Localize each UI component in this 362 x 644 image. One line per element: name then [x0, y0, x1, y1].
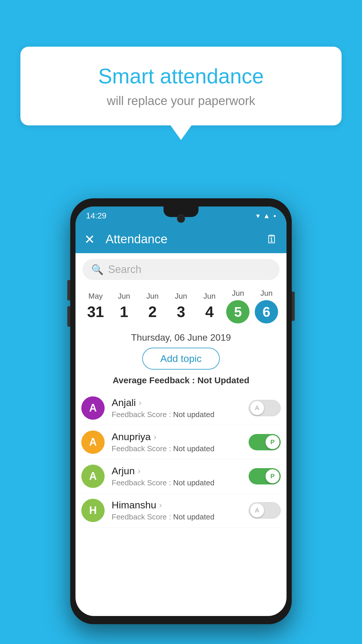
toggle-knob: A	[250, 401, 264, 415]
power-button	[292, 292, 295, 321]
date-item-jun6[interactable]: Jun 6	[252, 286, 281, 326]
vol-up-button	[67, 280, 70, 300]
search-icon: 🔍	[91, 264, 103, 275]
front-camera	[177, 215, 185, 223]
student-feedback-anupriya: Feedback Score : Not updated	[112, 444, 249, 453]
phone-container: 14:29 ▾ ▲ ▪ ✕ Attendance 🗓 🔍 Search May …	[70, 198, 292, 624]
attendance-toggle-arjun[interactable]: P	[249, 468, 281, 484]
speech-bubble-container: Smart attendance will replace your paper…	[20, 47, 342, 140]
student-row[interactable]: H Himanshu › Feedback Score : Not update…	[81, 494, 281, 528]
avg-feedback-value: Not Updated	[197, 375, 249, 385]
signal-icon: ▲	[263, 212, 270, 220]
student-avatar-arjun: A	[81, 465, 105, 488]
chevron-right-icon: ›	[154, 432, 156, 442]
date-item-jun5[interactable]: Jun 5	[224, 286, 252, 326]
student-row[interactable]: A Anupriya › Feedback Score : Not update…	[81, 425, 281, 459]
student-name-anjali: Anjali ›	[112, 397, 249, 408]
avg-feedback: Average Feedback : Not Updated	[75, 375, 287, 385]
speech-bubble: Smart attendance will replace your paper…	[20, 47, 342, 125]
close-button[interactable]: ✕	[84, 232, 95, 247]
student-feedback-anjali: Feedback Score : Not updated	[112, 410, 249, 419]
student-info-anupriya: Anupriya › Feedback Score : Not updated	[112, 431, 249, 453]
attendance-toggle-himanshu[interactable]: A	[249, 502, 281, 519]
student-row[interactable]: A Arjun › Feedback Score : Not updated P	[81, 459, 281, 494]
speech-bubble-title: Smart attendance	[44, 64, 318, 88]
chevron-right-icon: ›	[139, 398, 141, 407]
date-item-jun4[interactable]: Jun 4	[195, 289, 224, 323]
phone-screen: 14:29 ▾ ▲ ▪ ✕ Attendance 🗓 🔍 Search May …	[75, 206, 287, 616]
wifi-icon: ▾	[256, 212, 260, 220]
chevron-right-icon: ›	[138, 466, 140, 476]
student-avatar-anjali: A	[81, 396, 105, 420]
battery-icon: ▪	[273, 212, 276, 220]
date-item-jun1[interactable]: Jun 1	[110, 289, 138, 323]
toggle-knob: P	[266, 469, 280, 483]
status-icons: ▾ ▲ ▪	[256, 212, 276, 220]
student-name-arjun: Arjun ›	[112, 465, 249, 477]
attendance-toggle-anupriya[interactable]: P	[249, 434, 281, 450]
attendance-toggle-anjali[interactable]: A	[249, 400, 281, 416]
date-item-jun2[interactable]: Jun 2	[138, 289, 167, 323]
date-strip: May 31 Jun 1 Jun 2 Jun 3 Jun 4 Jun 5	[75, 286, 287, 326]
search-placeholder: Search	[108, 263, 141, 276]
search-bar[interactable]: 🔍 Search	[82, 259, 280, 280]
calendar-icon[interactable]: 🗓	[266, 233, 278, 246]
selected-date-label: Thursday, 06 June 2019	[75, 332, 287, 343]
student-avatar-anupriya: A	[81, 430, 105, 454]
student-info-anjali: Anjali › Feedback Score : Not updated	[112, 397, 249, 419]
avg-feedback-label: Average Feedback :	[113, 375, 197, 385]
student-info-arjun: Arjun › Feedback Score : Not updated	[112, 465, 249, 487]
student-info-himanshu: Himanshu › Feedback Score : Not updated	[112, 499, 249, 522]
student-row[interactable]: A Anjali › Feedback Score : Not updated …	[81, 391, 281, 425]
student-list: A Anjali › Feedback Score : Not updated …	[75, 391, 287, 528]
toggle-knob: A	[250, 503, 264, 517]
speech-bubble-subtitle: will replace your paperwork	[44, 94, 318, 108]
date-item-may31[interactable]: May 31	[81, 289, 110, 323]
add-topic-button[interactable]: Add topic	[142, 348, 220, 370]
toggle-knob: P	[266, 435, 280, 449]
vol-down-button	[67, 306, 70, 327]
app-title: Attendance	[106, 232, 266, 246]
speech-bubble-arrow	[171, 125, 191, 140]
chevron-right-icon: ›	[159, 501, 162, 510]
app-bar: ✕ Attendance 🗓	[75, 225, 287, 253]
student-avatar-himanshu: H	[81, 499, 105, 522]
date-item-jun3[interactable]: Jun 3	[167, 289, 195, 323]
student-name-himanshu: Himanshu ›	[112, 499, 249, 511]
status-time: 14:29	[86, 211, 106, 220]
student-name-anupriya: Anupriya ›	[112, 431, 249, 442]
student-feedback-himanshu: Feedback Score : Not updated	[112, 512, 249, 522]
student-feedback-arjun: Feedback Score : Not updated	[112, 478, 249, 487]
